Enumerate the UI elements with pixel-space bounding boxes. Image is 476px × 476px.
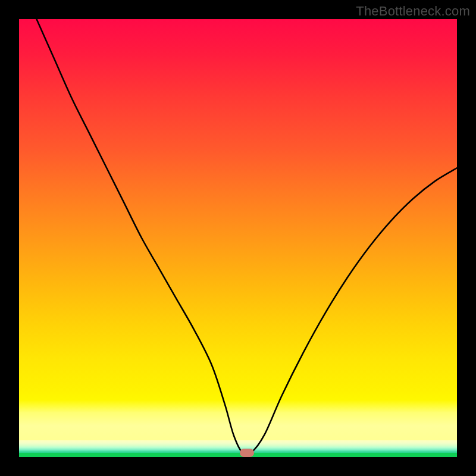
watermark-text: TheBottleneck.com — [356, 4, 470, 19]
plot-area — [19, 19, 457, 457]
chart-frame: TheBottleneck.com — [0, 0, 476, 476]
minimum-marker — [240, 449, 254, 457]
bottleneck-curve — [19, 19, 457, 457]
